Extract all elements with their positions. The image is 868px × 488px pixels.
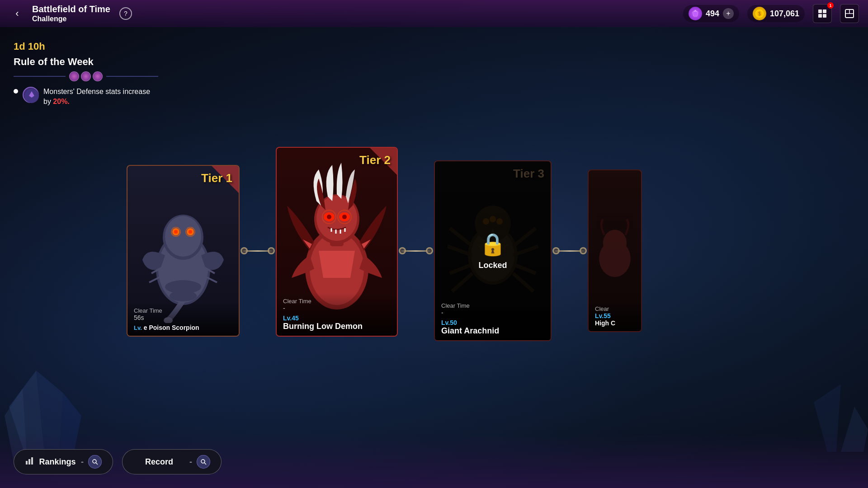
- coin-icon: $: [753, 7, 766, 20]
- tier2-card-bottom: Clear Time - Lv.45 Burning Low Demon: [277, 293, 397, 336]
- tier2-level: Lv.45: [283, 314, 391, 322]
- tier2-card[interactable]: Clear Time - Lv.45 Burning Low Demon Tie…: [276, 147, 398, 337]
- svg-point-33: [170, 291, 197, 301]
- left-panel: 1d 10h Rule of the Week Monsters' Defen: [14, 41, 158, 107]
- tier4-monster-name: High C: [595, 319, 635, 327]
- tier1-wrapper: Clear Time 56s Lv. e Poison Scorpion Tie…: [127, 165, 240, 337]
- coin-currency-block: $ 107,061: [747, 5, 805, 22]
- svg-point-79: [201, 460, 205, 463]
- gem-add-button[interactable]: +: [723, 8, 734, 19]
- record-button[interactable]: Record -: [122, 449, 222, 474]
- tier3-wrapper: 🔒 Locked Clear Time - Lv.50 Giant Arachn…: [434, 160, 552, 341]
- svg-point-24: [165, 216, 201, 257]
- rankings-icon: [25, 456, 34, 468]
- svg-rect-12: [823, 9, 826, 13]
- svg-text:$: $: [758, 11, 761, 16]
- tier1-card[interactable]: Clear Time 56s Lv. e Poison Scorpion Tie…: [127, 165, 240, 337]
- svg-rect-75: [28, 459, 30, 465]
- tier1-clear-time-label: Clear Time: [134, 307, 232, 314]
- coin-value: 107,061: [770, 9, 799, 19]
- rule-bullet: [14, 89, 18, 94]
- svg-rect-14: [823, 14, 826, 18]
- lock-text: Locked: [478, 261, 507, 270]
- tier2-label: Tier 2: [359, 153, 391, 167]
- record-label: Record: [133, 457, 185, 467]
- svg-point-77: [93, 460, 96, 463]
- tier2-clear-time-label: Clear Time: [283, 298, 391, 305]
- rule-icon-3: [93, 71, 103, 81]
- rule-monster-icon: [23, 87, 39, 103]
- svg-rect-74: [26, 461, 28, 465]
- rule-divider: [14, 71, 158, 81]
- bottom-bar: Rankings - Record -: [14, 449, 222, 474]
- lock-icon: 🔒: [479, 232, 506, 257]
- svg-rect-13: [818, 14, 822, 18]
- page-title-line2: Challenge: [32, 14, 110, 23]
- tier4-card-bottom: Clear Lv.55 High C: [589, 301, 641, 331]
- rule-line-right: [106, 76, 158, 77]
- page-title-block: Battlefield of Time Challenge: [32, 4, 110, 23]
- rule-line-left: [14, 76, 66, 77]
- rule-icons: [69, 71, 103, 81]
- tier4-level: Lv.55: [595, 312, 635, 319]
- tier3-clear-time-label: Clear Time: [441, 302, 544, 309]
- chain-connector-3-4: [552, 237, 588, 264]
- svg-point-45: [327, 215, 331, 219]
- rule-icon-1: [69, 71, 79, 81]
- record-value: -: [189, 457, 192, 467]
- svg-point-27: [174, 230, 178, 234]
- rule-item: Monsters' Defense stats increase by 20%.: [14, 87, 158, 107]
- tier1-clear-time-value: 56s: [134, 314, 232, 321]
- rankings-value: -: [81, 457, 84, 467]
- chain-circle-right-1: [268, 247, 275, 254]
- rule-highlight: 20%.: [53, 98, 69, 105]
- gem-value: 494: [706, 9, 719, 19]
- header-bar: ‹ Battlefield of Time Challenge ? 494 + …: [0, 0, 868, 27]
- tier3-card[interactable]: 🔒 Locked Clear Time - Lv.50 Giant Arachn…: [434, 160, 552, 341]
- help-button[interactable]: ?: [119, 7, 132, 20]
- chain-connector-2-3: [398, 237, 434, 264]
- tier4-clear-time-label: Clear: [595, 305, 635, 312]
- tier3-monster-name: Giant Arachnid: [441, 326, 544, 336]
- header-right: 494 + $ 107,061 1: [683, 4, 859, 23]
- rule-icon-2: [81, 71, 91, 81]
- tier4-wrapper: Clear Lv.55 High C: [588, 169, 642, 332]
- rankings-search-button[interactable]: [88, 455, 102, 469]
- tier1-monster-name: Lv. e Poison Scorpion: [134, 324, 232, 331]
- svg-point-46: [342, 215, 347, 219]
- profile-icon-button[interactable]: [840, 4, 859, 23]
- chain-connector-1-2: [240, 237, 276, 264]
- main-content: 1d 10h Rule of the Week Monsters' Defen: [0, 27, 868, 488]
- tier3-card-bottom: Clear Time - Lv.50 Giant Arachnid: [435, 298, 551, 340]
- tier1-level: Lv.: [134, 324, 142, 331]
- menu-icon-button[interactable]: 1: [813, 4, 832, 23]
- tiers-container: Clear Time 56s Lv. e Poison Scorpion Tie…: [127, 50, 868, 452]
- chain-circle-right-3: [580, 247, 587, 254]
- rule-description: Monsters' Defense stats increase by 20%.: [43, 87, 158, 107]
- tier4-card-partial[interactable]: Clear Lv.55 High C: [588, 169, 642, 332]
- tier1-label: Tier 1: [201, 171, 232, 185]
- tier3-clear-time-value: -: [441, 309, 544, 316]
- tier3-level: Lv.50: [441, 319, 544, 326]
- gem-icon: [689, 7, 702, 20]
- svg-rect-11: [818, 9, 822, 13]
- svg-line-80: [204, 463, 206, 465]
- notification-badge-count: 1: [827, 2, 834, 9]
- svg-point-28: [189, 230, 192, 234]
- tier2-monster-name: Burning Low Demon: [283, 322, 391, 331]
- page-title-line1: Battlefield of Time: [32, 4, 110, 14]
- timer-display: 1d 10h: [14, 41, 158, 52]
- back-button[interactable]: ‹: [9, 5, 25, 22]
- rankings-button[interactable]: Rankings -: [14, 449, 113, 474]
- svg-rect-76: [31, 457, 33, 465]
- svg-point-73: [603, 230, 627, 256]
- record-search-button[interactable]: [197, 455, 210, 469]
- chain-circle-right-2: [426, 247, 433, 254]
- gem-currency-block: 494 +: [683, 5, 739, 22]
- tier1-card-bottom: Clear Time 56s Lv. e Poison Scorpion: [127, 303, 239, 336]
- svg-line-78: [96, 463, 98, 465]
- rankings-label: Rankings: [38, 457, 76, 467]
- rule-title: Rule of the Week: [14, 56, 158, 68]
- tier1-name: e Poison Scorpion: [144, 324, 199, 331]
- tier2-clear-time-value: -: [283, 305, 391, 312]
